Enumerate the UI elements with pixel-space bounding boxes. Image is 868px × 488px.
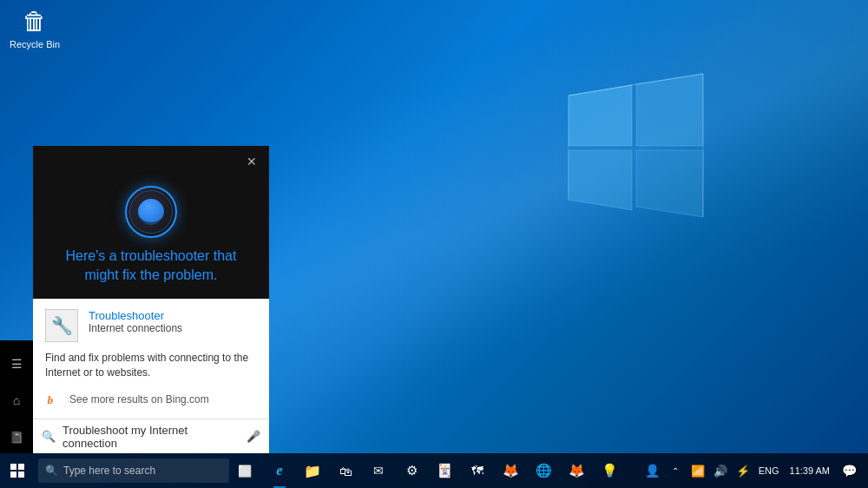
windows-start-icon xyxy=(10,464,24,478)
maps-button[interactable]: 🗺 xyxy=(462,453,493,488)
taskbar-app-icons: e 📁 🛍 ✉ ⚙ 🃏 🗺 xyxy=(264,453,625,488)
store-icon: 🛍 xyxy=(339,464,352,478)
unknown1-icon: 🦊 xyxy=(569,463,585,478)
result-item: 🔧 Troubleshooter Internet connections xyxy=(45,309,257,342)
notification-icon: 💬 xyxy=(842,464,857,478)
mail-icon: ✉ xyxy=(373,464,384,478)
lightbulb-icon: 💡 xyxy=(602,463,618,478)
mail-button[interactable]: ✉ xyxy=(363,453,394,488)
people-tray-icon[interactable]: 👤 xyxy=(642,453,663,488)
desktop: 🗑 Recycle Bin ☰ ⌂ 📓 ✕ Here's a troublesh… xyxy=(0,0,868,488)
chrome-icon: 🌐 xyxy=(536,463,552,478)
taskbar-icon-unknown1[interactable]: 🦊 xyxy=(561,453,592,488)
result-icon: 🔧 xyxy=(45,309,78,342)
task-view-icon: ⬜ xyxy=(238,465,252,478)
cortana-logo-area: Here's a troubleshooter that might fix t… xyxy=(33,177,269,300)
taskbar: 🔍 Type here to search ⬜ e 📁 🛍 ✉ xyxy=(0,453,868,488)
result-description: Find and fix problems with connecting to… xyxy=(45,351,257,380)
power-icon[interactable]: ⚡ xyxy=(733,453,753,488)
solitaire-icon: 🃏 xyxy=(437,463,453,478)
hamburger-icon: ☰ xyxy=(11,357,23,371)
store-button[interactable]: 🛍 xyxy=(330,453,361,488)
svg-text:b: b xyxy=(48,393,54,406)
network-icon[interactable]: 📶 xyxy=(687,453,708,488)
sidebar-item-hamburger[interactable]: ☰ xyxy=(0,347,33,380)
taskbar-search[interactable]: 🔍 Type here to search xyxy=(38,458,229,483)
search-input-text[interactable]: Troubleshoot my Internet connection xyxy=(62,424,240,450)
recycle-bin[interactable]: 🗑 Recycle Bin xyxy=(7,7,62,49)
start-button[interactable] xyxy=(0,453,35,488)
cortana-logo xyxy=(125,186,177,238)
cortana-header: ✕ xyxy=(33,146,269,177)
cortana-heading: Here's a troubleshooter that might fix t… xyxy=(66,247,237,286)
bing-link-text: See more results on Bing.com xyxy=(69,393,209,406)
volume-icon[interactable]: 🔊 xyxy=(710,453,731,488)
result-info: Troubleshooter Internet connections xyxy=(89,309,257,334)
chrome-button[interactable]: 🌐 xyxy=(528,453,559,488)
result-title[interactable]: Troubleshooter xyxy=(89,309,257,322)
solitaire-button[interactable]: 🃏 xyxy=(429,453,460,488)
panel-sidebar: ☰ ⌂ 📓 xyxy=(0,340,33,453)
settings-button[interactable]: ⚙ xyxy=(396,453,427,488)
task-view-button[interactable]: ⬜ xyxy=(229,453,260,488)
recycle-bin-label: Recycle Bin xyxy=(10,39,60,49)
cortana-result-card: 🔧 Troubleshooter Internet connections Fi… xyxy=(33,299,269,419)
taskbar-search-text: Type here to search xyxy=(63,465,155,477)
clock[interactable]: 11:39 AM xyxy=(785,465,835,477)
bing-icon: b xyxy=(45,391,62,408)
file-explorer-button[interactable]: 📁 xyxy=(297,453,328,488)
notebook-icon: 📓 xyxy=(10,431,23,444)
sidebar-item-home[interactable]: ⌂ xyxy=(0,384,33,417)
cortana-searchbar[interactable]: 🔍 Troubleshoot my Internet connection 🎤 xyxy=(33,419,269,453)
result-subtitle: Internet connections xyxy=(89,322,257,334)
edge-icon: e xyxy=(276,462,283,479)
time-display: 11:39 AM xyxy=(790,465,830,477)
svg-rect-1 xyxy=(10,464,16,470)
windows-logo xyxy=(560,69,712,221)
microphone-icon[interactable]: 🎤 xyxy=(247,430,260,443)
home-icon: ⌂ xyxy=(13,393,20,407)
taskbar-icon-unknown2[interactable]: 💡 xyxy=(594,453,625,488)
settings-icon: ⚙ xyxy=(406,463,418,478)
search-magnifier-icon: 🔍 xyxy=(42,430,56,443)
close-button[interactable]: ✕ xyxy=(241,151,262,172)
language-indicator[interactable]: ENG xyxy=(755,465,783,476)
taskbar-search-icon: 🔍 xyxy=(45,465,58,477)
notification-center-button[interactable]: 💬 xyxy=(837,453,861,488)
show-hidden-icons[interactable]: ⌃ xyxy=(665,453,686,488)
bing-link[interactable]: b See more results on Bing.com xyxy=(45,391,257,408)
firefox-icon: 🦊 xyxy=(503,463,519,478)
recycle-bin-icon: 🗑 xyxy=(23,7,47,36)
wrench-icon: 🔧 xyxy=(51,315,73,336)
folder-icon: 📁 xyxy=(304,463,321,479)
firefox-button[interactable]: 🦊 xyxy=(495,453,526,488)
svg-rect-2 xyxy=(18,464,24,470)
taskbar-tray: 👤 ⌃ 📶 🔊 ⚡ ENG 11:39 AM 💬 xyxy=(642,453,868,488)
sidebar-item-notebook[interactable]: 📓 xyxy=(0,420,33,453)
cortana-panel: ✕ Here's a troubleshooter that might fix… xyxy=(33,146,269,453)
maps-icon: 🗺 xyxy=(471,464,483,478)
svg-rect-3 xyxy=(10,472,16,478)
edge-icon-button[interactable]: e xyxy=(264,453,295,488)
svg-rect-4 xyxy=(18,472,24,478)
